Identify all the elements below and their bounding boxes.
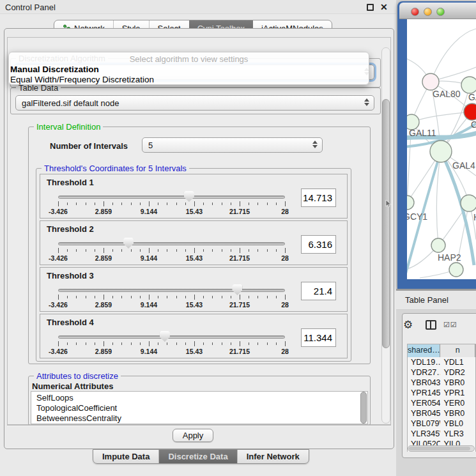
table-hscrollbar-track[interactable] — [408, 445, 475, 452]
attribute-item[interactable]: BetweennessCentrality — [36, 413, 367, 424]
network-node-GA[interactable] — [461, 77, 476, 93]
tick-label: 15.43 — [174, 301, 215, 309]
table-cell[interactable]: YBR0 — [440, 378, 475, 388]
algorithm-dropdown-popup: Select algorithm to view settings Manual… — [8, 52, 369, 85]
threshold-value-field[interactable]: 11.344 — [301, 328, 336, 347]
network-edge[interactable] — [431, 29, 476, 82]
slider-track[interactable] — [58, 335, 285, 339]
table-cell[interactable]: YDL19… — [408, 357, 440, 367]
table-cell[interactable]: YLR345W — [408, 429, 440, 439]
mac-minimize-button[interactable] — [424, 8, 432, 16]
network-edge[interactable] — [411, 112, 472, 122]
network-node-GCY1[interactable] — [407, 196, 414, 210]
tick-mark — [121, 296, 122, 298]
table-cell[interactable]: YDR2 — [440, 367, 475, 378]
network-node-H[interactable] — [461, 195, 476, 211]
slider-track[interactable] — [58, 242, 285, 245]
slider-thumb[interactable] — [184, 191, 194, 202]
table-cell[interactable]: YBL079W — [408, 418, 440, 429]
node-label: H — [473, 212, 476, 222]
numerical-attributes-list[interactable]: SelfLoopsTopologicalCoefficientBetweenne… — [31, 391, 368, 424]
table-cell[interactable]: YPR145W — [408, 388, 440, 398]
table-cell[interactable]: YDL1 — [440, 357, 475, 367]
float-window-icon[interactable] — [367, 4, 374, 11]
tick-mark — [249, 249, 249, 252]
table-cell[interactable]: YBR043C — [408, 378, 440, 388]
tick-label: 28 — [265, 208, 305, 215]
threshold-value-field[interactable]: 6.316 — [301, 235, 336, 254]
tick-mark — [140, 203, 141, 205]
number-of-intervals-combobox[interactable]: 5 — [142, 137, 323, 153]
network-node[interactable] — [449, 263, 463, 277]
tick-mark — [222, 249, 222, 252]
column-header-2[interactable]: n — [440, 344, 475, 357]
table-cell[interactable]: YLR3 — [440, 429, 475, 439]
tab-infer-network[interactable]: Infer Network — [237, 450, 309, 463]
table-row[interactable]: YBR045CYBR0 — [408, 408, 475, 418]
threshold-value-field[interactable]: 21.4 — [301, 282, 336, 300]
algorithm-option[interactable]: Manual Discretization — [9, 65, 369, 75]
table-cell[interactable]: YBL0 — [440, 418, 475, 429]
tick-mark — [203, 296, 204, 298]
slider-thumb[interactable] — [160, 331, 170, 342]
table-row[interactable]: YBR043CYBR0 — [408, 378, 475, 388]
select-columns-icon[interactable]: ☑☑ — [443, 321, 457, 329]
attributes-list-scrollbar[interactable] — [360, 392, 367, 424]
tick-label: 28 — [265, 254, 305, 262]
gear-icon[interactable]: ⚙ — [403, 318, 413, 332]
slider-thumb[interactable] — [232, 284, 242, 295]
column-header-1[interactable]: shared… — [408, 344, 440, 357]
network-node-GAL80[interactable] — [422, 73, 439, 90]
algorithm-popup-prompt[interactable]: Select algorithm to view settings — [9, 54, 369, 65]
attribute-item[interactable]: SelfLoops — [36, 393, 367, 403]
table-row[interactable]: YBL079WYBL0 — [408, 418, 475, 429]
mac-zoom-button[interactable] — [436, 8, 445, 16]
threshold-value-field[interactable]: 14.713 — [301, 188, 336, 207]
close-icon[interactable]: ✕ — [380, 2, 388, 12]
slider-track[interactable] — [58, 289, 285, 292]
column-layout-icon[interactable] — [426, 320, 436, 330]
tab-discretize-data[interactable]: Discretize Data — [158, 450, 236, 463]
apply-button[interactable]: Apply — [173, 429, 213, 442]
table-cell[interactable]: YER0 — [440, 398, 475, 408]
tick-mark — [194, 201, 195, 206]
tab-impute-data[interactable]: Impute Data — [93, 450, 158, 463]
tick-mark — [240, 248, 240, 253]
attribute-item[interactable]: TopologicalCoefficient — [36, 403, 367, 413]
attributes-group-title: Attributes to discretize — [34, 371, 121, 381]
mac-close-button[interactable] — [411, 8, 419, 16]
network-node-GAL4[interactable] — [430, 141, 452, 162]
tick-mark — [240, 295, 240, 300]
network-node-C[interactable] — [464, 104, 476, 120]
slider-track[interactable] — [58, 196, 285, 199]
tick-mark — [67, 296, 68, 298]
tick-mark — [131, 249, 132, 252]
network-window-titlebar[interactable] — [399, 3, 476, 19]
interval-definition-title: Interval Definition — [34, 122, 103, 132]
algorithm-option[interactable]: Equal Width/Frequency Discretization — [9, 75, 369, 85]
tick-mark — [112, 249, 113, 252]
network-canvas[interactable]: GAL80GACGAL11GAL4GCY1HHAP2 — [407, 19, 476, 279]
table-cell[interactable]: YBR0 — [440, 408, 475, 418]
table-row[interactable]: YER054CYER0 — [408, 398, 475, 408]
tick-label: -3.426 — [38, 208, 79, 215]
table-row[interactable]: YDR27…YDR2 — [408, 367, 475, 378]
table-cell[interactable]: YER054C — [408, 398, 440, 408]
table-cell[interactable]: YPR1 — [440, 388, 475, 398]
tick-mark — [104, 295, 104, 300]
tick-mark — [158, 296, 158, 298]
network-node-HAP2[interactable] — [431, 238, 445, 252]
table-row[interactable]: YLR345WYLR3 — [408, 429, 475, 439]
slider-thumb[interactable] — [123, 238, 134, 249]
table-hscrollbar-thumb[interactable] — [409, 447, 470, 450]
tick-mark — [167, 296, 167, 298]
panel-scrollbar-thumb[interactable] — [382, 99, 390, 348]
table-row[interactable]: YPR145WYPR1 — [408, 388, 475, 398]
tick-label: 28 — [265, 301, 305, 309]
table-cell[interactable]: YBR045C — [408, 408, 440, 418]
table-row[interactable]: YDL19…YDL1 — [408, 357, 475, 367]
table-cell[interactable]: YDR27… — [408, 367, 440, 378]
table-data-combobox[interactable]: galFiltered.sif default node — [15, 95, 374, 111]
tick-mark — [212, 296, 213, 298]
threshold-panel-4: Threshold 4-3.4262.8599.14415.4321.71528… — [40, 314, 348, 358]
